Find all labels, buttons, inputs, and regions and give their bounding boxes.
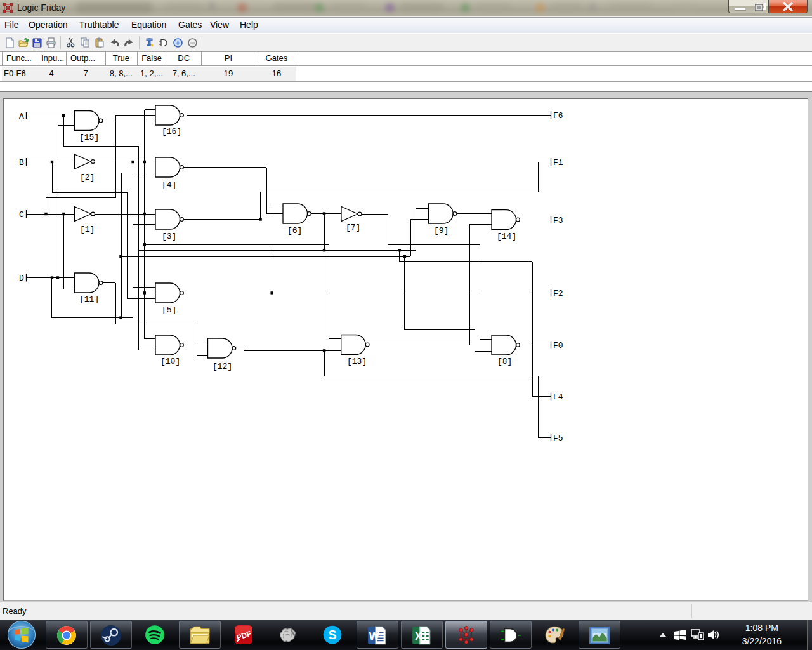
svg-text:B: B <box>19 158 24 168</box>
svg-text:[14]: [14] <box>497 232 516 241</box>
svg-text:[16]: [16] <box>162 127 181 136</box>
svg-text:F3: F3 <box>553 216 563 225</box>
svg-text:[11]: [11] <box>79 295 99 304</box>
svg-text:X: X <box>415 630 422 642</box>
svg-text:D: D <box>19 274 24 283</box>
svg-text:C: C <box>19 210 24 220</box>
svg-text:F4: F4 <box>553 392 563 402</box>
svg-text:[10]: [10] <box>160 357 180 366</box>
svg-text:F6: F6 <box>553 111 563 121</box>
svg-text:[7]: [7] <box>346 223 360 232</box>
svg-text:S: S <box>328 628 336 642</box>
svg-text:[3]: [3] <box>162 232 176 241</box>
svg-text:[1]: [1] <box>80 225 95 234</box>
svg-text:[6]: [6] <box>287 226 302 235</box>
svg-text:F2: F2 <box>553 289 563 298</box>
svg-text:[5]: [5] <box>162 305 176 315</box>
svg-text:[12]: [12] <box>213 362 232 371</box>
svg-text:F0: F0 <box>553 341 563 350</box>
svg-text:W: W <box>369 630 380 642</box>
svg-text:[9]: [9] <box>434 226 449 235</box>
svg-text:[2]: [2] <box>80 173 95 182</box>
svg-text:[13]: [13] <box>347 357 367 366</box>
svg-text:[15]: [15] <box>79 133 99 142</box>
svg-text:A: A <box>19 112 24 121</box>
svg-text:[8]: [8] <box>497 357 512 366</box>
svg-text:F5: F5 <box>553 434 563 443</box>
svg-text:F1: F1 <box>553 158 563 168</box>
svg-text:[4]: [4] <box>162 180 176 190</box>
